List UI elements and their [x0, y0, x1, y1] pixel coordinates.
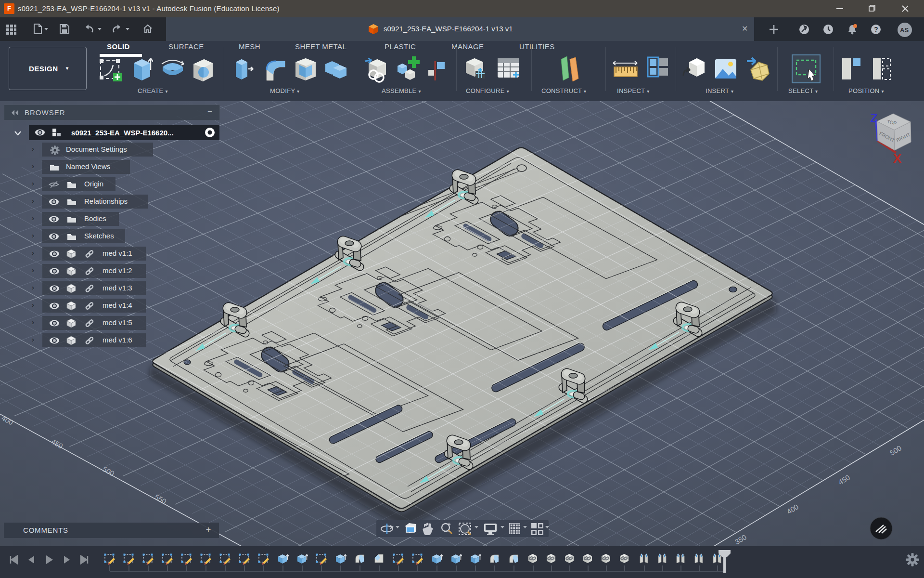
svg-text:X: X — [893, 151, 902, 166]
svg-text:AS: AS — [900, 26, 909, 34]
svg-text:Z: Z — [870, 111, 878, 125]
svg-text:?: ? — [874, 26, 878, 33]
